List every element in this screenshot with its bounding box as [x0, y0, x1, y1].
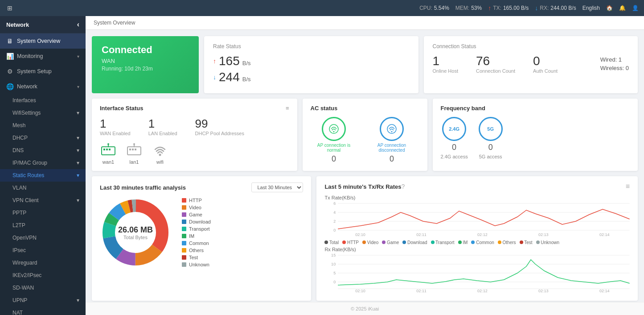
connection-status-title: Connection Status — [433, 43, 629, 50]
sub-item-dns[interactable]: DNS▾ — [0, 144, 86, 157]
sub-item-wifisettings[interactable]: WifiSettings▾ — [0, 107, 86, 119]
lan1-icon — [126, 143, 143, 158]
language-selector[interactable]: English — [582, 5, 600, 11]
wan-enabled-stat: 1 WAN Enabled — [100, 117, 131, 136]
connection-count-stat: 76 Connection Count — [476, 54, 515, 74]
svg-text:0: 0 — [334, 280, 336, 284]
connected-type: WAN — [102, 58, 189, 64]
traffic-chart-header: Last 30 minutes traffic analysis Last 30… — [100, 182, 303, 192]
grid-icon[interactable]: ⊞ — [5, 3, 14, 13]
sidebar-item-network[interactable]: 🌐Network ▾ — [0, 79, 86, 94]
legend-dot-test — [182, 255, 186, 260]
vpnclient-chevron-icon: ▾ — [77, 197, 79, 203]
freq-24g-band-label: 2.4G — [449, 126, 459, 132]
sub-item-ipsec[interactable]: IPsec — [0, 244, 86, 257]
sdwan-label: SD-WAN — [12, 285, 34, 291]
ac-disconnected-label: AP connection disconnected — [365, 143, 419, 153]
footer: © 2025 iKuai — [86, 302, 644, 315]
rx-line-chart: 15 10 5 0 02:10 02:11 02:12 02:13 02:14 — [324, 253, 630, 293]
sub-item-openvpn[interactable]: OpenVPN — [0, 232, 86, 244]
sub-item-l2tp[interactable]: L2TP — [0, 219, 86, 232]
donut-container: 26.06 MB Total Bytes HTTP Video Game Dow… — [100, 197, 303, 268]
legend-dot-others — [182, 248, 186, 253]
cpu-label: CPU: — [419, 5, 432, 11]
sub-item-sd-wan[interactable]: SD-WAN — [0, 282, 86, 294]
sidebar-header: Network ‹ — [0, 16, 86, 33]
traffic-time-select[interactable]: Last 30 Minutes — [251, 182, 303, 192]
ac-items: AP connection is normal 0 — [311, 117, 419, 164]
txrx-menu-icon[interactable]: ≡ — [626, 182, 630, 191]
txrx-title: Last 5 minute's Tx/Rx Rates — [324, 183, 401, 190]
svg-rect-2 — [106, 149, 108, 150]
legend-download: Download — [182, 219, 211, 224]
vpnclient-label: VPN Client — [12, 197, 39, 203]
online-host-stat: 1 Online Host — [433, 54, 458, 74]
tx-chart-container: Tx Rate(KB/s) — [324, 195, 630, 238]
legend-label-game: Game — [189, 212, 202, 217]
sub-item-ikev2ipsec[interactable]: IKEv2/IPsec — [0, 269, 86, 282]
ac-item-disconnected: AP connection disconnected 0 — [365, 117, 419, 164]
connection-status-card: Connection Status 1 Online Host 76 Conne… — [424, 36, 638, 93]
legend-dot-common — [182, 241, 186, 245]
mem-value: 53% — [471, 5, 482, 11]
breadcrumb-text: System Overview — [94, 20, 135, 26]
download-rate-unit: B/s — [242, 76, 251, 83]
sub-item-upnp[interactable]: UPNP▾ — [0, 294, 86, 307]
legend-download-txrx: Download — [402, 240, 427, 245]
frequency-band-card: Frequency band 2.4G 0 2.4G access — [433, 99, 638, 171]
legend-game-txrx: Game — [382, 240, 399, 245]
legend-dot-transport — [182, 227, 186, 231]
user-icon[interactable]: 👤 — [632, 5, 639, 11]
sub-item-interfaces[interactable]: Interfaces — [0, 94, 86, 107]
legend-label-im: IM — [189, 233, 194, 239]
legend-transport-txrx: Transport — [431, 240, 455, 245]
interface-status-title: Interface Status ≡ — [100, 105, 289, 112]
ac-disconnected-circle — [380, 117, 404, 141]
sub-item-mesh[interactable]: Mesh — [0, 119, 86, 132]
legend-label-unknown: Unknown — [189, 262, 209, 267]
svg-point-16 — [391, 131, 393, 133]
freq-24g-label: 2.4G access — [441, 154, 468, 159]
rate-status-card: Rate Status ↑ 165 B/s ↓ 244 B/s — [204, 36, 418, 93]
sub-item-ipmac-group[interactable]: IP/MAC Group▾ — [0, 157, 86, 169]
sub-item-wireguard[interactable]: Wireguard — [0, 257, 86, 269]
sidebar-item-system-setup[interactable]: ⚙System Setup — [0, 64, 86, 79]
txrx-help-icon[interactable]: ? — [402, 183, 405, 190]
home-icon[interactable]: 🏠 — [606, 5, 613, 11]
sub-item-dhcp[interactable]: DHCP▾ — [0, 132, 86, 144]
bell-icon[interactable]: 🔔 — [619, 5, 626, 11]
sub-item-static-routes[interactable]: Static Routes▾ — [0, 169, 86, 182]
ac-status-card: AC status A — [303, 99, 427, 171]
sub-item-vpn-client[interactable]: VPN Client▾ — [0, 194, 86, 207]
sidebar-item-system-overview[interactable]: 🖥System Overview — [0, 33, 86, 49]
main-layout: Network ‹ 🖥System Overview 📊Monitoring ▾… — [0, 16, 644, 315]
donut-center-label: 26.06 MB Total Bytes — [118, 225, 153, 240]
legend-others-txrx: Others — [498, 240, 516, 245]
legend-game: Game — [182, 212, 211, 217]
wan1-icon — [100, 143, 117, 158]
sidebar-collapse-icon[interactable]: ‹ — [77, 21, 79, 29]
sidebar-label-monitoring: Monitoring — [17, 53, 43, 59]
sub-item-nat[interactable]: NAT — [0, 307, 86, 315]
donut-chart: 26.06 MB Total Bytes — [100, 197, 171, 268]
mem-label: MEM: — [455, 5, 469, 11]
wan-enabled-label: WAN Enabled — [100, 131, 131, 136]
sidebar-item-monitoring[interactable]: 📊Monitoring ▾ — [0, 49, 86, 64]
svg-rect-9 — [135, 149, 136, 150]
legend-label-others: Others — [189, 248, 204, 253]
sidebar-label-system-setup: System Setup — [17, 68, 52, 75]
wifisettings-label: WifiSettings — [12, 110, 41, 116]
cpu-value: 5.54% — [434, 5, 449, 11]
legend-dot-game — [182, 212, 186, 217]
legend-label-video: Video — [189, 205, 201, 210]
freq-24g-value: 0 — [452, 143, 456, 152]
sub-item-vlan[interactable]: VLAN — [0, 182, 86, 194]
legend-label-download: Download — [189, 219, 211, 224]
ipmac-chevron-icon: ▾ — [77, 160, 79, 166]
sub-item-pptp[interactable]: PPTP — [0, 207, 86, 219]
legend-test-txrx: Test — [520, 240, 533, 245]
list-icon[interactable]: ≡ — [286, 105, 289, 112]
breadcrumb: System Overview — [86, 16, 644, 30]
svg-text:2: 2 — [334, 219, 336, 224]
topbar-left: ⊞ — [5, 3, 14, 13]
